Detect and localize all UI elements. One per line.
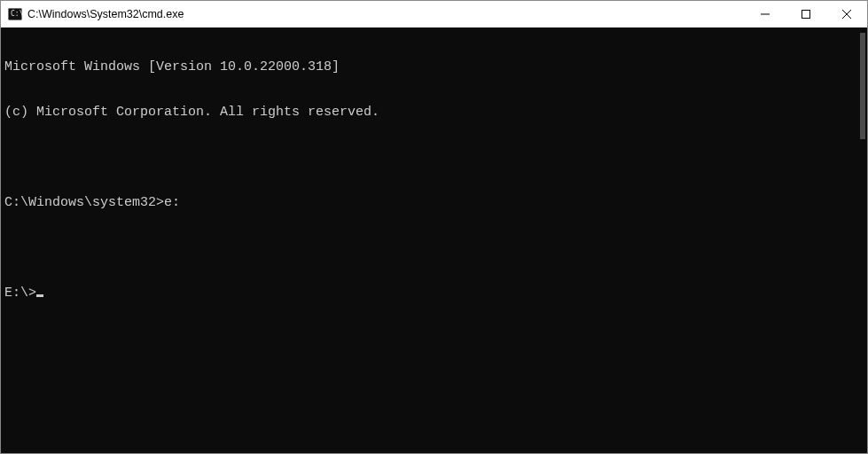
terminal-prompt: E:\> bbox=[4, 286, 36, 301]
terminal-area: Microsoft Windows [Version 10.0.22000.31… bbox=[1, 27, 867, 453]
cmd-icon: C:\ bbox=[8, 7, 22, 21]
terminal-line bbox=[4, 150, 851, 165]
terminal-output[interactable]: Microsoft Windows [Version 10.0.22000.31… bbox=[1, 27, 855, 453]
terminal-line: C:\Windows\system32>e: bbox=[4, 195, 851, 210]
terminal-line bbox=[4, 240, 851, 255]
terminal-line: (c) Microsoft Corporation. All rights re… bbox=[4, 105, 851, 120]
svg-rect-3 bbox=[802, 11, 810, 19]
close-icon bbox=[842, 10, 851, 19]
close-button[interactable] bbox=[826, 1, 867, 27]
window-title: C:\Windows\System32\cmd.exe bbox=[27, 8, 184, 20]
terminal-prompt-line: E:\> bbox=[4, 286, 851, 301]
cmd-window: C:\ C:\Windows\System32\cmd.exe bbox=[0, 0, 868, 454]
titlebar[interactable]: C:\ C:\Windows\System32\cmd.exe bbox=[1, 1, 867, 27]
maximize-button[interactable] bbox=[786, 1, 826, 27]
minimize-button[interactable] bbox=[745, 1, 786, 27]
minimize-icon bbox=[761, 10, 770, 19]
window-controls bbox=[745, 1, 867, 27]
maximize-icon bbox=[802, 10, 810, 19]
scrollbar-thumb[interactable] bbox=[860, 33, 865, 139]
terminal-line: Microsoft Windows [Version 10.0.22000.31… bbox=[4, 59, 851, 74]
terminal-cursor bbox=[36, 294, 43, 297]
vertical-scrollbar[interactable] bbox=[855, 27, 867, 453]
svg-text:C:\: C:\ bbox=[11, 10, 22, 18]
